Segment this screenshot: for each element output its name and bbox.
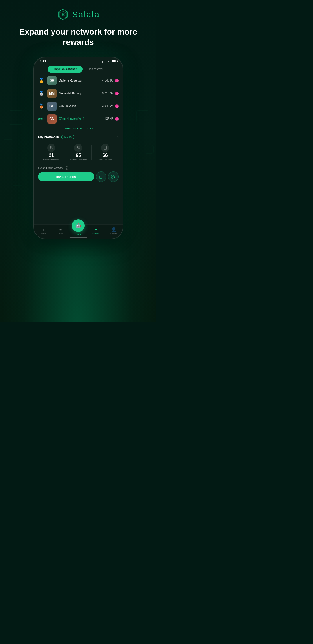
total-devices-count: 66 [103, 153, 108, 158]
leader-name-2: Marvin McKinney [59, 92, 100, 95]
home-icon: ⌂ [41, 227, 44, 232]
logo-container: Salala [57, 8, 100, 21]
total-devices-label: Total Devices [98, 158, 112, 161]
nav-home[interactable]: ⌂ Home [34, 227, 52, 235]
train-label: Train AI [74, 233, 82, 236]
rank-badge-3: 🥉 [38, 102, 45, 110]
avatar-img-3: GH [47, 102, 57, 111]
rank-badge-1: 🥇 [38, 77, 45, 85]
direct-referrals-icon [47, 144, 55, 152]
network-title: My Network [38, 135, 59, 139]
status-time: 9:41 [40, 59, 46, 63]
leader-score-1: 4,146.98 ● [102, 79, 119, 82]
leaderboard: 🥇 DR Darlene Robertson 4,146.98 ● 🥈 [34, 74, 123, 132]
hero-title: Expand your network for more rewards [0, 27, 156, 48]
leader-score-2: 3,215.92 ● [102, 92, 119, 95]
nav-network[interactable]: ✦ Network [87, 227, 105, 235]
avatar-you: CN [47, 114, 57, 124]
tab-referral[interactable]: Top referral [83, 66, 109, 73]
rank-num-you: 900K+ [38, 117, 45, 120]
task-icon: ≡ [59, 227, 62, 232]
invite-friends-button[interactable]: Invite friends [38, 172, 94, 181]
nav-train[interactable]: 🤖 Train AI [69, 224, 87, 236]
home-indicator [70, 237, 87, 238]
leader-name-3: Guy Hawkins [59, 104, 100, 108]
svg-rect-22 [114, 178, 115, 178]
status-icons: ∿ [102, 59, 117, 63]
svg-rect-19 [114, 177, 114, 178]
score-icon-1: ● [115, 79, 119, 82]
expand-label-row: Expand Your Network ? [38, 166, 119, 170]
svg-point-9 [62, 13, 64, 16]
profile-label: Profile [110, 232, 117, 235]
score-icon-2: ● [115, 92, 119, 95]
qr-code-button[interactable] [108, 171, 119, 182]
chevron-right-icon: › [92, 127, 93, 130]
svg-rect-13 [104, 146, 106, 150]
svg-rect-16 [112, 175, 113, 176]
medal-1: 🥇 [39, 78, 44, 83]
nav-profile[interactable]: 👤 Profile [105, 227, 123, 235]
help-icon[interactable]: ? [65, 166, 68, 170]
network-header: My Network Level 3 › [38, 135, 119, 139]
indirect-referrals-label: Indirect Referrals [70, 158, 87, 161]
rank-badge-2: 🥈 [38, 89, 45, 97]
train-ai-icon: 🤖 [75, 223, 81, 228]
direct-referrals-count: 21 [49, 153, 54, 158]
indirect-referrals-icon [74, 144, 82, 152]
phone-content: Top HYRA maker Top referral 🥇 DR Darlene… [34, 64, 123, 239]
leaderboard-row-1: 🥇 DR Darlene Robertson 4,146.98 ● [38, 74, 119, 87]
leader-score-you: 136.48 ● [105, 117, 119, 121]
svg-rect-21 [114, 178, 114, 178]
copy-link-button[interactable] [96, 171, 106, 182]
network-chevron-icon[interactable]: › [117, 135, 119, 139]
avatar-1: DR [47, 76, 57, 85]
leaderboard-row-you: 900K+ CN Công Nguyên (You) 136.48 ● [38, 113, 119, 125]
rank-badge-you: 900K+ [38, 115, 45, 123]
score-icon-you: ● [115, 117, 119, 121]
svg-point-10 [51, 146, 52, 148]
tab-row: Top HYRA maker Top referral [34, 64, 123, 74]
stat-indirect-referrals: 65 Indirect Referrals [65, 142, 92, 163]
svg-point-12 [79, 146, 80, 147]
avatar-img-1: DR [47, 76, 57, 85]
leader-score-3: 3,045.24 ● [102, 104, 119, 108]
leaderboard-row-2: 🥈 MM Marvin McKinney 3,215.92 ● [38, 87, 119, 100]
indirect-referrals-count: 65 [76, 153, 81, 158]
score-icon-3: ● [115, 104, 119, 108]
svg-point-11 [77, 146, 78, 148]
avatar-3: GH [47, 102, 57, 111]
status-bar: 9:41 ∿ [34, 57, 123, 64]
header: Salala Expand your network for more rewa… [0, 0, 156, 57]
my-network-section: My Network Level 3 › 21 [34, 132, 123, 164]
total-devices-icon [101, 144, 109, 152]
leaderboard-row-3: 🥉 GH Guy Hawkins 3,045.24 ● [38, 100, 119, 113]
phone-mockup: 9:41 ∿ Top HYRA maker T [0, 57, 156, 239]
stat-total-devices: 66 Total Devices [92, 142, 119, 163]
tab-hyra[interactable]: Top HYRA maker [48, 66, 83, 73]
medal-3: 🥉 [39, 103, 44, 109]
qr-icon [111, 175, 115, 179]
avatar-img-you: CN [47, 114, 57, 124]
medal-2: 🥈 [39, 91, 44, 96]
home-label: Home [40, 232, 46, 235]
nav-task[interactable]: ≡ Task [52, 227, 69, 235]
avatar-2: MM [47, 89, 57, 98]
network-label: Network [92, 232, 100, 235]
logo-text: Salala [72, 10, 100, 19]
copy-icon [99, 175, 103, 179]
spacer [34, 184, 123, 224]
expand-label-text: Expand Your Network [38, 167, 63, 169]
task-label: Task [58, 232, 63, 235]
train-ai-button[interactable]: 🤖 [72, 219, 85, 232]
phone-frame: 9:41 ∿ Top HYRA maker T [33, 57, 123, 239]
invite-row: Invite friends [38, 171, 119, 182]
view-full-top[interactable]: VIEW FULL TOP 100 › [38, 125, 119, 132]
direct-referrals-label: Direct Referrals [43, 158, 60, 161]
network-title-row: My Network Level 3 [38, 135, 74, 139]
network-stats: 21 Direct Referrals 65 [38, 142, 119, 163]
level-badge: Level 3 [61, 135, 74, 139]
avatar-img-2: MM [47, 89, 57, 98]
stat-direct-referrals: 21 Direct Referrals [38, 142, 65, 163]
svg-rect-20 [114, 177, 115, 178]
